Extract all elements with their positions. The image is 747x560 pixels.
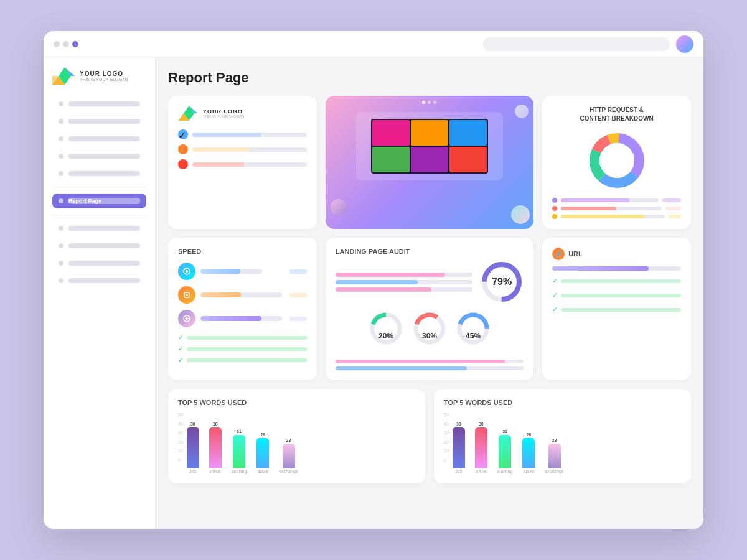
bar-group-2-1: 38 365 xyxy=(453,422,465,474)
legend-fill-2 xyxy=(561,207,616,210)
dot-1 xyxy=(54,41,60,47)
url-bar-top-fill xyxy=(552,266,649,271)
audit-title: LANDING PAGE AUDIT xyxy=(336,248,524,255)
sidebar-item-report[interactable]: Report Page xyxy=(52,194,146,208)
card-logo-sub: THIS IS YOUR SLOGAN xyxy=(203,114,245,118)
preview-screen xyxy=(371,119,489,174)
audit-bottom-fill-2 xyxy=(336,366,467,370)
bar-body-2-1 xyxy=(453,427,465,468)
speed-icon-3 xyxy=(178,310,195,327)
bar-group-1-3: 31 auditing xyxy=(232,429,247,474)
speed-item-3 xyxy=(178,310,307,327)
speed-checks: ✓ ✓ ✓ xyxy=(178,334,307,364)
mid-grid: SPEED xyxy=(168,238,691,380)
info-bar-2 xyxy=(192,147,307,152)
legend-dot-1 xyxy=(552,198,557,203)
nav-dot-2 xyxy=(59,119,63,124)
bar-lbl-2-1: 365 xyxy=(455,469,463,474)
dot-2 xyxy=(63,41,69,47)
browser-titlebar xyxy=(44,31,703,57)
speed-icon-2 xyxy=(178,286,195,304)
nav-dot-5 xyxy=(59,171,63,176)
top-grid: YOUR LOGO THIS IS YOUR SLOGAN ✓ xyxy=(168,96,691,229)
bar-val-1-1: 38 xyxy=(190,422,195,426)
logo-icon xyxy=(52,67,75,85)
url-check-2: ✓ xyxy=(552,291,681,299)
check-bar-2 xyxy=(187,347,307,351)
speed-fill-3 xyxy=(200,316,261,321)
legend-val-2 xyxy=(665,207,681,210)
nav-dot-active xyxy=(422,101,425,104)
user-avatar[interactable] xyxy=(676,35,693,53)
words-card-2: TOP 5 WORDS USED 50 40 30 20 10 0 3 xyxy=(434,389,691,483)
bars-2: 38 365 38 office 31 xyxy=(453,422,681,474)
chart-2-container: 50 40 30 20 10 0 38 365 xyxy=(444,413,681,474)
bar-body-1-1 xyxy=(187,427,199,468)
y-20: 20 xyxy=(178,440,183,444)
http-card: HTTP REQUEST & CONTENT BREAKDOWN xyxy=(542,96,691,229)
bar-lbl-1-2: office xyxy=(210,469,220,474)
chart-1-container: 50 40 30 20 10 0 38 365 xyxy=(178,413,415,474)
audit-bar-1 xyxy=(336,273,472,277)
preview-nav xyxy=(326,101,533,104)
bar-val-1-4: 28 xyxy=(260,432,265,437)
main-content: Report Page YOUR LOGO THIS IS YOUR SLOGA… xyxy=(156,57,703,529)
sidebar-divider-2 xyxy=(52,215,146,215)
bottom-grid: TOP 5 WORDS USED 50 40 30 20 10 0 3 xyxy=(168,389,691,483)
bar-lbl-1-3: auditing xyxy=(232,469,247,474)
nav-label-7 xyxy=(68,243,140,248)
preview-mockup xyxy=(356,112,503,180)
sidebar-item-5[interactable] xyxy=(52,167,146,180)
speed-item-1 xyxy=(178,263,307,280)
preview-cell-3 xyxy=(449,120,487,146)
nav-dot-inactive-1 xyxy=(428,101,431,104)
speed-check-1: ✓ xyxy=(178,334,307,342)
sidebar-item-6[interactable] xyxy=(52,222,146,235)
info-bar-1 xyxy=(192,133,307,137)
bar-val-2-1: 38 xyxy=(456,422,461,426)
url-checks: ✓ ✓ ✓ xyxy=(552,277,681,317)
audit-bar-3 xyxy=(336,287,472,292)
url-card: 🔗 URL ✓ ✓ xyxy=(542,238,691,380)
nav-dot-3 xyxy=(59,136,63,141)
url-label: URL xyxy=(568,250,583,258)
speed-item-2 xyxy=(178,286,307,304)
bar-val-1-2: 38 xyxy=(213,422,218,426)
gauge-1-label: 20% xyxy=(378,322,393,350)
y-30: 30 xyxy=(178,431,183,435)
bar-lbl-2-2: office xyxy=(476,469,486,474)
nav-label-5 xyxy=(68,171,140,176)
bar-body-2-5 xyxy=(548,444,561,468)
sidebar-item-2[interactable] xyxy=(52,114,146,128)
audit-card: LANDING PAGE AUDIT xyxy=(326,238,533,380)
card-logo-title: YOUR LOGO xyxy=(203,108,245,114)
bar-body-1-4 xyxy=(256,438,269,468)
sidebar-item-7[interactable] xyxy=(52,239,146,253)
browser-url-bar[interactable] xyxy=(483,37,670,51)
legend-fill-1 xyxy=(561,198,629,202)
y-axis-1: 50 40 30 20 10 0 xyxy=(178,413,183,462)
audit-bottom-bar-2 xyxy=(336,366,524,370)
svg-point-14 xyxy=(186,270,188,273)
bar-group-2-2: 38 office xyxy=(475,422,487,474)
sidebar-item-8[interactable] xyxy=(52,256,146,270)
bar-lbl-1-5: exchange xyxy=(279,469,298,474)
url-check-bar-3 xyxy=(561,308,681,312)
sidebar-item-3[interactable] xyxy=(52,132,146,146)
sidebar-item-9[interactable] xyxy=(52,274,146,287)
bar-val-2-2: 38 xyxy=(479,422,484,426)
audit-circle: 79% xyxy=(480,260,524,304)
sidebar-item-1[interactable] xyxy=(52,97,146,111)
gauge-3-label: 45% xyxy=(466,322,481,350)
nav-label-8 xyxy=(68,261,140,266)
url-check-bar-2 xyxy=(561,294,681,297)
sidebar-item-4[interactable] xyxy=(52,149,146,163)
url-bar-top xyxy=(552,266,681,271)
bar-group-1-1: 38 365 xyxy=(187,422,199,474)
bar-val-2-4: 28 xyxy=(526,432,531,437)
legend-val-3 xyxy=(669,215,681,218)
legend-val-1 xyxy=(662,198,681,202)
words-title-2: TOP 5 WORDS USED xyxy=(444,399,681,406)
gauge-1: 20% xyxy=(367,310,405,353)
preview-cell-4 xyxy=(372,147,410,172)
